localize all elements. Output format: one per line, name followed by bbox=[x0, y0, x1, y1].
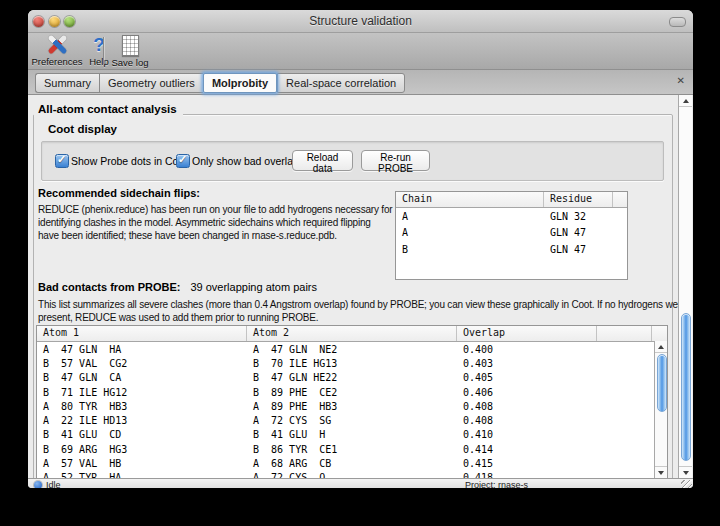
tab-summary[interactable]: Summary bbox=[35, 73, 99, 93]
preferences-button[interactable]: Preferences bbox=[32, 34, 82, 68]
main-toolbar: Preferences ? Help Save log bbox=[28, 33, 693, 70]
table-row[interactable]: B 47 GLN CAB 47 GLN HE220.405 bbox=[37, 371, 667, 385]
resize-grip[interactable] bbox=[681, 480, 692, 488]
table-row[interactable]: B 69 ARG HG3B 86 TYR CE10.414 bbox=[37, 442, 667, 456]
bad-contacts-table: Atom 1 Atom 2 Overlap A 47 GLN HAA 47 GL… bbox=[36, 325, 668, 478]
column-header-overlap[interactable]: Overlap bbox=[457, 326, 597, 341]
tab-geometry-outliers[interactable]: Geometry outliers bbox=[99, 73, 203, 93]
tab-real-space-correlation[interactable]: Real-space correlation bbox=[277, 73, 405, 93]
check-icon: ✓ bbox=[57, 153, 66, 166]
scroll-up-arrow-icon[interactable] bbox=[655, 341, 667, 353]
only-bad-overlaps-checkbox[interactable]: ✓ bbox=[176, 154, 190, 168]
scroll-up-arrow-icon[interactable] bbox=[679, 95, 692, 107]
rerun-probe-button[interactable]: Re-run PROBE bbox=[361, 150, 430, 171]
bad-contacts-count: 39 overlapping atom pairs bbox=[190, 281, 317, 293]
reduce-description: REDUCE (phenix.reduce) has been run on y… bbox=[38, 203, 392, 242]
project-label: Project: rnase-s bbox=[465, 480, 528, 488]
help-label: Help bbox=[89, 56, 109, 67]
column-header-spacer bbox=[613, 192, 627, 207]
contacts-table-scrollbar[interactable] bbox=[654, 341, 667, 478]
table-row[interactable]: A GLN 47 bbox=[396, 225, 627, 242]
column-header-atom1[interactable]: Atom 1 bbox=[37, 326, 247, 341]
check-icon: ✓ bbox=[178, 153, 187, 166]
contacts-table-header: Atom 1 Atom 2 Overlap bbox=[37, 326, 667, 342]
table-row[interactable]: A GLN 32 bbox=[396, 208, 627, 225]
probe-description: This list summarizes all severe clashes … bbox=[38, 298, 686, 324]
close-tab-icon[interactable]: ✕ bbox=[677, 75, 685, 87]
sidechain-flips-table: Chain Residue A GLN 32 A GLN 47 B GLN 47 bbox=[395, 191, 628, 280]
coot-display-box: ✓ Show Probe dots in Coot ✓ Only show ba… bbox=[41, 141, 664, 181]
table-row[interactable]: A 47 GLN HAA 47 GLN NE20.400 bbox=[37, 342, 667, 356]
toolbar-toggle-button[interactable] bbox=[669, 17, 686, 27]
table-row[interactable]: A 80 TYR HB3A 89 PHE HB30.408 bbox=[37, 399, 667, 413]
scrollbar-thumb[interactable] bbox=[681, 313, 691, 461]
column-header-residue[interactable]: Residue bbox=[544, 192, 613, 207]
table-row[interactable]: B 71 ILE HG12B 89 PHE CE20.406 bbox=[37, 385, 667, 399]
status-text: Idle bbox=[46, 480, 61, 488]
table-row[interactable]: B 57 VAL CG2B 70 ILE HG130.403 bbox=[37, 356, 667, 370]
table-row[interactable]: A 52 TYR HAA 72 CYS O0.418 bbox=[37, 471, 667, 478]
save-log-label: Save log bbox=[112, 57, 149, 68]
tab-strip: Summary Geometry outliers Molprobity Rea… bbox=[28, 70, 693, 95]
column-header-spacer bbox=[597, 326, 652, 341]
preferences-tools-icon bbox=[46, 34, 68, 55]
status-indicator-icon bbox=[34, 481, 42, 488]
table-row[interactable]: B 41 GLU CDB 41 GLU H0.410 bbox=[37, 428, 667, 442]
section-title: All-atom contact analysis bbox=[34, 102, 183, 116]
table-row[interactable]: A 22 ILE HD13A 72 CYS SG0.408 bbox=[37, 413, 667, 427]
only-bad-overlaps-label: Only show bad overlaps bbox=[192, 155, 304, 167]
coot-display-title: Coot display bbox=[48, 123, 117, 135]
tab-molprobity[interactable]: Molprobity bbox=[203, 73, 277, 93]
toolbar-separator bbox=[103, 37, 104, 64]
show-probe-dots-checkbox[interactable]: ✓ bbox=[55, 154, 69, 168]
save-log-button[interactable]: Save log bbox=[108, 34, 152, 68]
flips-table-header: Chain Residue bbox=[396, 192, 627, 208]
save-log-grid-icon bbox=[122, 35, 139, 56]
molprobity-panel: All-atom contact analysis Coot display ✓… bbox=[28, 95, 693, 478]
status-bar: Idle Project: rnase-s bbox=[28, 478, 693, 488]
table-row[interactable]: A 57 VAL HBA 68 ARG CB0.415 bbox=[37, 456, 667, 470]
reload-data-button[interactable]: Reload data bbox=[292, 150, 353, 171]
scroll-down-arrow-icon[interactable] bbox=[679, 466, 692, 478]
table-row[interactable]: B GLN 47 bbox=[396, 241, 627, 258]
column-header-spacer bbox=[652, 326, 667, 341]
bad-contacts-label-row: Bad contacts from PROBE:39 overlapping a… bbox=[38, 281, 317, 293]
scrollbar-thumb[interactable] bbox=[657, 354, 667, 412]
preferences-label: Preferences bbox=[31, 56, 82, 67]
sidechain-flips-label: Recommended sidechain flips: bbox=[38, 187, 200, 199]
window-title: Structure validation bbox=[28, 14, 693, 28]
column-header-atom2[interactable]: Atom 2 bbox=[247, 326, 457, 341]
scroll-down-arrow-icon[interactable] bbox=[655, 466, 667, 478]
title-bar[interactable]: Structure validation bbox=[28, 10, 693, 33]
structure-validation-window: Structure validation Preferences ? Help … bbox=[28, 10, 693, 488]
panel-scrollbar[interactable] bbox=[678, 95, 692, 478]
show-probe-dots-label: Show Probe dots in Coot bbox=[71, 155, 187, 167]
bad-contacts-label: Bad contacts from PROBE: bbox=[38, 281, 180, 293]
help-question-icon: ? bbox=[89, 34, 109, 55]
column-header-chain[interactable]: Chain bbox=[396, 192, 544, 207]
